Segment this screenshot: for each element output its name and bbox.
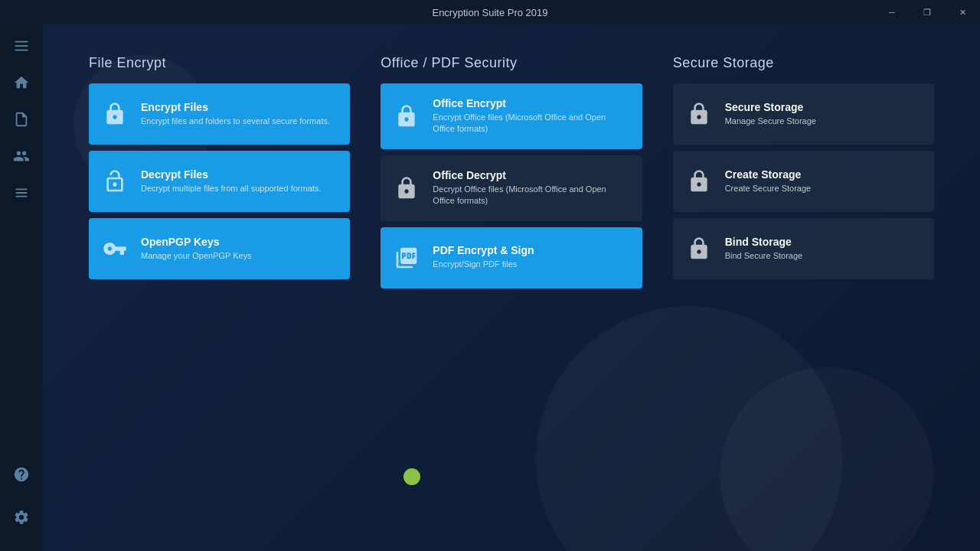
card-title-office-decrypt: Office Decrypt <box>433 169 629 181</box>
card-icon-pdf <box>393 244 420 272</box>
card-title-pgp: OpenPGP Keys <box>141 236 338 248</box>
window-controls: ─ ❐ ✕ <box>874 0 980 24</box>
sidebar-item-home[interactable] <box>6 67 37 98</box>
card-icon-decrypt <box>101 168 129 195</box>
card-text-create-storage: Create Storage Create Secure Storage <box>725 168 922 194</box>
sidebar-item-menu[interactable] <box>6 31 37 61</box>
card-icon-pgp <box>101 235 129 262</box>
svg-rect-0 <box>15 41 28 43</box>
sidebar-item-users[interactable] <box>6 141 37 171</box>
card-text-encrypt: Encrypt Files Encrypt files and folders … <box>141 101 338 127</box>
card-icon-create-storage <box>685 168 713 195</box>
main-content: File Encrypt Encrypt Files Encrypt files… <box>43 24 980 551</box>
card-title-secure-storage: Secure Storage <box>725 101 922 113</box>
card-openpgp-keys[interactable]: OpenPGP Keys Manage your OpenPGP Keys <box>89 218 350 279</box>
sidebar-item-help[interactable] <box>6 459 37 490</box>
sidebar <box>0 24 43 551</box>
app-title: Encryption Suite Pro 2019 <box>432 7 547 18</box>
card-title-bind-storage: Bind Storage <box>725 236 922 248</box>
card-icon-bind-storage <box>685 235 713 262</box>
card-text-pdf: PDF Encrypt & Sign Encrypt/Sign PDF file… <box>433 244 629 270</box>
card-title-decrypt: Decrypt Files <box>141 168 338 181</box>
card-office-decrypt[interactable]: Office Decrypt Decrypt Office files (Mic… <box>381 155 642 221</box>
column-title-office-pdf: Office / PDF Security <box>381 55 642 71</box>
minimize-button[interactable]: ─ <box>874 0 910 24</box>
svg-rect-2 <box>15 50 28 51</box>
sidebar-item-storage[interactable] <box>6 178 37 208</box>
sidebar-item-settings[interactable] <box>6 502 37 533</box>
card-desc-create-storage: Create Secure Storage <box>725 183 922 194</box>
card-title-create-storage: Create Storage <box>725 168 922 181</box>
card-icon-office-decrypt <box>393 174 420 202</box>
content-area: File Encrypt Encrypt Files Encrypt files… <box>43 24 980 325</box>
card-title-pdf: PDF Encrypt & Sign <box>433 244 629 256</box>
column-title-secure-storage: Secure Storage <box>673 55 934 71</box>
titlebar: Encryption Suite Pro 2019 ─ ❐ ✕ <box>0 0 980 24</box>
card-encrypt-files[interactable]: Encrypt Files Encrypt files and folders … <box>89 83 350 145</box>
card-decrypt-files[interactable]: Decrypt Files Decrypt multiple files fro… <box>89 151 350 212</box>
feature-columns: File Encrypt Encrypt Files Encrypt files… <box>89 55 934 295</box>
card-pdf-encrypt[interactable]: PDF Encrypt & Sign Encrypt/Sign PDF file… <box>381 227 642 289</box>
card-text-office-decrypt: Office Decrypt Decrypt Office files (Mic… <box>433 169 629 207</box>
card-icon-encrypt <box>101 100 129 128</box>
sidebar-item-file[interactable] <box>6 104 37 135</box>
svg-rect-1 <box>15 45 28 47</box>
card-text-secure-storage: Secure Storage Manage Secure Storage <box>725 101 922 127</box>
column-title-file-encrypt: File Encrypt <box>89 55 350 71</box>
card-bind-storage[interactable]: Bind Storage Bind Secure Storage <box>673 218 934 279</box>
card-text-decrypt: Decrypt Files Decrypt multiple files fro… <box>141 168 338 194</box>
column-office-pdf: Office / PDF Security Office Encrypt Enc… <box>381 55 642 295</box>
card-icon-secure-storage <box>685 100 713 128</box>
card-text-office-encrypt: Office Encrypt Encrypt Office files (Mic… <box>433 97 629 135</box>
card-create-storage[interactable]: Create Storage Create Secure Storage <box>673 151 934 212</box>
card-title-encrypt: Encrypt Files <box>141 101 338 113</box>
card-title-office-encrypt: Office Encrypt <box>433 97 629 109</box>
card-desc-bind-storage: Bind Secure Storage <box>725 250 922 262</box>
column-secure-storage: Secure Storage Secure Storage Manage Sec… <box>673 55 934 295</box>
card-desc-secure-storage: Manage Secure Storage <box>725 116 922 127</box>
card-desc-encrypt: Encrypt files and folders to several sec… <box>141 116 338 127</box>
card-office-encrypt[interactable]: Office Encrypt Encrypt Office files (Mic… <box>381 83 642 149</box>
cursor <box>403 468 420 485</box>
card-desc-decrypt: Decrypt multiple files from all supporte… <box>141 183 338 194</box>
sidebar-bottom <box>6 459 37 539</box>
card-text-pgp: OpenPGP Keys Manage your OpenPGP Keys <box>141 236 338 262</box>
restore-button[interactable]: ❐ <box>910 0 945 24</box>
card-secure-storage[interactable]: Secure Storage Manage Secure Storage <box>673 83 934 145</box>
card-desc-office-decrypt: Decrypt Office files (Microsoft Office a… <box>433 184 629 207</box>
card-icon-office-encrypt <box>393 103 420 130</box>
card-text-bind-storage: Bind Storage Bind Secure Storage <box>725 236 922 262</box>
close-button[interactable]: ✕ <box>945 0 980 24</box>
card-desc-pgp: Manage your OpenPGP Keys <box>141 250 338 262</box>
column-file-encrypt: File Encrypt Encrypt Files Encrypt files… <box>89 55 350 295</box>
card-desc-pdf: Encrypt/Sign PDF files <box>433 259 629 270</box>
card-desc-office-encrypt: Encrypt Office files (Microsoft Office a… <box>433 112 629 135</box>
